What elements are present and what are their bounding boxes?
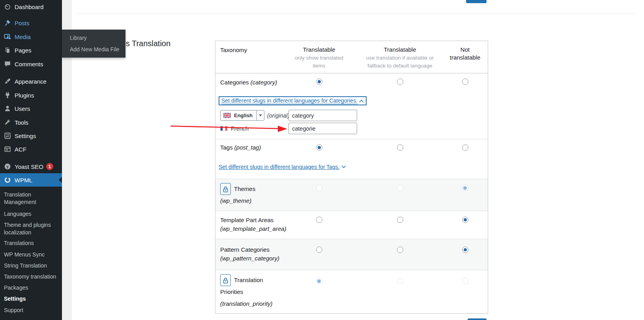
radio-themes-translatable-fallback <box>397 185 403 191</box>
sidebar-item-translation-management[interactable]: Translation Management <box>0 191 62 206</box>
save-button-top[interactable] <box>466 0 487 3</box>
sidebar-item-string-translation[interactable]: String Translation <box>0 262 62 269</box>
caret-down-icon <box>259 114 262 116</box>
radio-categories-translatable-fallback[interactable] <box>397 79 403 85</box>
plug-icon <box>4 91 11 99</box>
pages-icon <box>4 46 11 54</box>
sidebar-item-dashboard[interactable]: Dashboard <box>0 0 62 13</box>
dashboard-icon <box>4 3 11 11</box>
row-label-themes: Themes (wp_theme) <box>215 183 281 207</box>
sidebar-item-theme-plugins-localization[interactable]: Theme and plugins localization <box>0 221 62 236</box>
table-row-tags: Tags (post_tag) Set different slugs in d… <box>215 139 488 179</box>
radio-tp-translatable-fallback <box>397 278 403 284</box>
sidebar-item-tools[interactable]: Tools <box>0 116 62 129</box>
wrench-icon <box>4 118 11 126</box>
row-label-categories: Categories (category) <box>215 78 281 87</box>
pin-icon <box>4 19 11 27</box>
sidebar-item-posts[interactable]: Posts <box>0 16 62 30</box>
section-divider <box>77 13 636 14</box>
chevron-down-icon <box>341 165 346 168</box>
sidebar-item-translations[interactable]: Translations <box>0 240 62 247</box>
table-row-template-part-areas: Template Part Areas (wp_template_part_ar… <box>215 211 488 239</box>
sidebar-item-languages[interactable]: Languages <box>0 210 62 218</box>
radio-themes-not-translatable <box>462 185 468 191</box>
sidebar-item-settings[interactable]: Settings <box>0 129 62 142</box>
table-row-categories: Categories (category) Set different slug… <box>215 73 488 139</box>
yoast-icon: y <box>4 163 11 170</box>
sidebar-item-wpml-settings[interactable]: Settings <box>0 295 62 303</box>
media-icon <box>4 33 11 41</box>
header-not-translatable: Not translatable <box>442 41 488 73</box>
person-icon <box>4 105 11 112</box>
radio-tags-not-translatable[interactable] <box>462 144 468 151</box>
table-row-pattern-categories: Pattern Categories (wp_pattern_category) <box>215 239 488 270</box>
table-row-translation-priorities: Translation Priorities (translation_prio… <box>215 270 488 313</box>
radio-tp-not-translatable <box>462 278 468 284</box>
sidebar-item-media[interactable]: Media <box>0 30 62 43</box>
original-note: (original) <box>267 112 289 119</box>
notification-badge: 1 <box>46 163 53 170</box>
table-header-row: Taxonomy Translatable only show translat… <box>215 41 488 73</box>
sidebar-item-wp-menus-sync[interactable]: WP Menus Sync <box>0 251 62 258</box>
slug-input-french[interactable] <box>288 123 357 134</box>
header-translatable-fallback: Translatable use translation if availabl… <box>358 41 442 73</box>
sidebar-item-pages[interactable]: Pages <box>0 43 62 57</box>
flyout-item-library[interactable]: Library <box>70 35 87 41</box>
france-flag <box>220 126 228 131</box>
sidebar-item-comments[interactable]: Comments <box>0 57 62 71</box>
comments-icon <box>4 60 11 68</box>
radio-categories-not-translatable[interactable] <box>462 79 468 85</box>
language-dropdown-button[interactable] <box>256 110 264 121</box>
chevron-up-icon <box>359 99 364 103</box>
sidebar-item-wpml[interactable]: WPML <box>0 173 62 187</box>
slug-row-english: English (original) <box>220 110 488 121</box>
row-label-pattern-categories: Pattern Categories (wp_pattern_category) <box>215 245 281 263</box>
language-selector-english[interactable]: English <box>220 110 264 121</box>
sidebar-item-appearance[interactable]: Appearance <box>0 75 62 88</box>
radio-tpa-translatable-fallback[interactable] <box>397 217 403 223</box>
sidebar-item-plugins[interactable]: Plugins <box>0 88 62 102</box>
admin-sidebar: Dashboard Posts Media Pages Comments App… <box>0 0 62 320</box>
slug-row-french: French <box>220 123 488 134</box>
sidebar-item-yoast-seo[interactable]: y Yoast SEO 1 <box>0 160 62 173</box>
save-button-bottom[interactable] <box>468 318 487 320</box>
slug-input-english[interactable] <box>288 110 357 121</box>
sidebar-item-acf[interactable]: ACF <box>0 142 62 156</box>
table-row-themes: Themes (wp_theme) <box>215 179 488 211</box>
uk-flag <box>223 113 231 118</box>
row-label-template-part-areas: Template Part Areas (wp_template_part_ar… <box>215 216 281 233</box>
sidebar-item-support[interactable]: Support <box>0 307 62 314</box>
header-translatable-show: Translatable only show translateditems <box>281 41 358 73</box>
wpml-icon <box>4 176 11 184</box>
radio-tags-translatable-show[interactable] <box>316 144 322 151</box>
header-taxonomy: Taxonomy <box>215 41 281 73</box>
row-label-tags: Tags (post_tag) <box>215 143 281 152</box>
media-flyout-menu: Library Add New Media File <box>62 30 125 58</box>
wordpress-admin-page: Taxonomies Translation Dashboard Posts M… <box>0 0 644 320</box>
svg-text:y: y <box>6 164 9 168</box>
sidebar-item-packages[interactable]: Packages <box>0 284 62 292</box>
radio-tpa-not-translatable[interactable] <box>462 217 468 223</box>
french-language-label: French <box>231 125 249 132</box>
taxonomy-translation-table: Taxonomy Translatable only show translat… <box>215 41 488 314</box>
lock-icon <box>220 183 231 195</box>
radio-tags-translatable-fallback[interactable] <box>397 144 403 151</box>
categories-slug-toggle-link[interactable]: Set different slugs in different languag… <box>219 96 367 105</box>
row-label-translation-priorities: Translation Priorities (translation_prio… <box>215 274 281 310</box>
brush-icon <box>4 77 11 85</box>
radio-themes-translatable-show <box>316 185 322 191</box>
radio-pc-translatable-fallback[interactable] <box>397 247 403 253</box>
tags-slug-toggle-link[interactable]: Set different slugs in different languag… <box>219 164 346 170</box>
sidebar-item-users[interactable]: Users <box>0 102 62 115</box>
radio-pc-translatable-show[interactable] <box>316 247 322 253</box>
sidebar-item-taxonomy-translation[interactable]: Taxonomy translation <box>0 273 62 281</box>
radio-pc-not-translatable[interactable] <box>462 247 468 253</box>
grid-icon <box>4 145 11 153</box>
lock-icon <box>220 274 231 286</box>
sliders-icon <box>4 132 11 140</box>
radio-tp-translatable-show <box>316 278 322 284</box>
radio-tpa-translatable-show[interactable] <box>316 217 322 223</box>
flyout-item-add-new-media-file[interactable]: Add New Media File <box>70 46 119 52</box>
radio-categories-translatable-show[interactable] <box>316 79 322 85</box>
